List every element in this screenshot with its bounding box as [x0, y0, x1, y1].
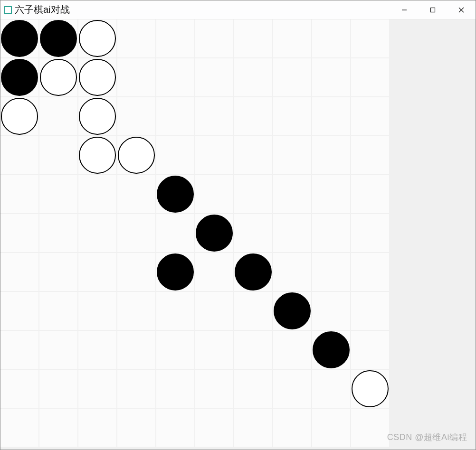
board-cell[interactable]: [234, 370, 272, 408]
board-cell[interactable]: [351, 331, 389, 369]
game-board[interactable]: [0, 19, 389, 447]
board-cell[interactable]: [78, 292, 116, 330]
board-cell[interactable]: [117, 214, 155, 252]
board-cell[interactable]: [39, 370, 77, 408]
board-cell[interactable]: [273, 19, 311, 57]
board-cell[interactable]: [78, 214, 116, 252]
board-cell[interactable]: [273, 58, 311, 96]
board-cell[interactable]: [273, 409, 311, 447]
board-cell[interactable]: [234, 214, 272, 252]
board-cell[interactable]: [156, 214, 194, 252]
board-cell[interactable]: [312, 19, 350, 57]
board-cell[interactable]: [39, 292, 77, 330]
board-cell[interactable]: [78, 331, 116, 369]
board-cell[interactable]: [312, 175, 350, 213]
board-cell[interactable]: [234, 19, 272, 57]
board-cell[interactable]: [195, 409, 233, 447]
board-cell[interactable]: [39, 97, 77, 135]
board-cell[interactable]: [78, 370, 116, 408]
board-cell[interactable]: [156, 175, 194, 213]
board-cell[interactable]: [78, 19, 116, 57]
close-button[interactable]: [447, 0, 476, 19]
board-cell[interactable]: [312, 97, 350, 135]
board-cell[interactable]: [0, 136, 38, 174]
board-cell[interactable]: [195, 253, 233, 291]
board-cell[interactable]: [312, 253, 350, 291]
board-cell[interactable]: [273, 97, 311, 135]
board-cell[interactable]: [156, 58, 194, 96]
board-cell[interactable]: [39, 214, 77, 252]
board-cell[interactable]: [39, 175, 77, 213]
board-cell[interactable]: [78, 409, 116, 447]
board-cell[interactable]: [351, 292, 389, 330]
board-cell[interactable]: [156, 292, 194, 330]
board-cell[interactable]: [0, 19, 38, 57]
board-cell[interactable]: [0, 253, 38, 291]
board-cell[interactable]: [195, 97, 233, 135]
board-cell[interactable]: [351, 409, 389, 447]
board-cell[interactable]: [156, 136, 194, 174]
board-cell[interactable]: [312, 409, 350, 447]
board-cell[interactable]: [0, 97, 38, 135]
board-cell[interactable]: [195, 136, 233, 174]
board-cell[interactable]: [273, 331, 311, 369]
board-cell[interactable]: [78, 58, 116, 96]
board-cell[interactable]: [351, 214, 389, 252]
board-cell[interactable]: [156, 253, 194, 291]
board-cell[interactable]: [351, 136, 389, 174]
maximize-button[interactable]: [419, 0, 447, 19]
minimize-button[interactable]: [390, 0, 419, 19]
board-cell[interactable]: [78, 253, 116, 291]
board-cell[interactable]: [195, 331, 233, 369]
board-cell[interactable]: [117, 370, 155, 408]
board-cell[interactable]: [117, 331, 155, 369]
board-cell[interactable]: [156, 331, 194, 369]
board-cell[interactable]: [0, 331, 38, 369]
board-cell[interactable]: [312, 136, 350, 174]
board-cell[interactable]: [351, 58, 389, 96]
board-cell[interactable]: [78, 97, 116, 135]
board-cell[interactable]: [351, 175, 389, 213]
board-cell[interactable]: [39, 253, 77, 291]
board-cell[interactable]: [195, 19, 233, 57]
board-cell[interactable]: [39, 409, 77, 447]
board-cell[interactable]: [273, 370, 311, 408]
board-cell[interactable]: [312, 370, 350, 408]
board-cell[interactable]: [156, 409, 194, 447]
board-cell[interactable]: [312, 214, 350, 252]
board-cell[interactable]: [39, 19, 77, 57]
board-cell[interactable]: [117, 175, 155, 213]
board-cell[interactable]: [312, 292, 350, 330]
board-cell[interactable]: [117, 97, 155, 135]
board-cell[interactable]: [234, 409, 272, 447]
board-cell[interactable]: [0, 175, 38, 213]
board-cell[interactable]: [117, 19, 155, 57]
board-cell[interactable]: [78, 175, 116, 213]
board-cell[interactable]: [312, 331, 350, 369]
board-cell[interactable]: [351, 19, 389, 57]
board-cell[interactable]: [0, 409, 38, 447]
board-cell[interactable]: [78, 136, 116, 174]
board-cell[interactable]: [234, 331, 272, 369]
board-cell[interactable]: [234, 97, 272, 135]
board-cell[interactable]: [0, 58, 38, 96]
board-cell[interactable]: [195, 58, 233, 96]
board-cell[interactable]: [273, 292, 311, 330]
board-cell[interactable]: [39, 331, 77, 369]
board-cell[interactable]: [234, 292, 272, 330]
board-cell[interactable]: [117, 136, 155, 174]
board-cell[interactable]: [156, 97, 194, 135]
board-cell[interactable]: [273, 175, 311, 213]
board-cell[interactable]: [195, 292, 233, 330]
board-cell[interactable]: [117, 409, 155, 447]
board-cell[interactable]: [351, 370, 389, 408]
board-cell[interactable]: [39, 136, 77, 174]
board-cell[interactable]: [117, 58, 155, 96]
board-cell[interactable]: [234, 253, 272, 291]
board-cell[interactable]: [351, 253, 389, 291]
board-cell[interactable]: [351, 97, 389, 135]
board-cell[interactable]: [117, 253, 155, 291]
board-cell[interactable]: [273, 136, 311, 174]
board-cell[interactable]: [0, 214, 38, 252]
board-cell[interactable]: [156, 370, 194, 408]
